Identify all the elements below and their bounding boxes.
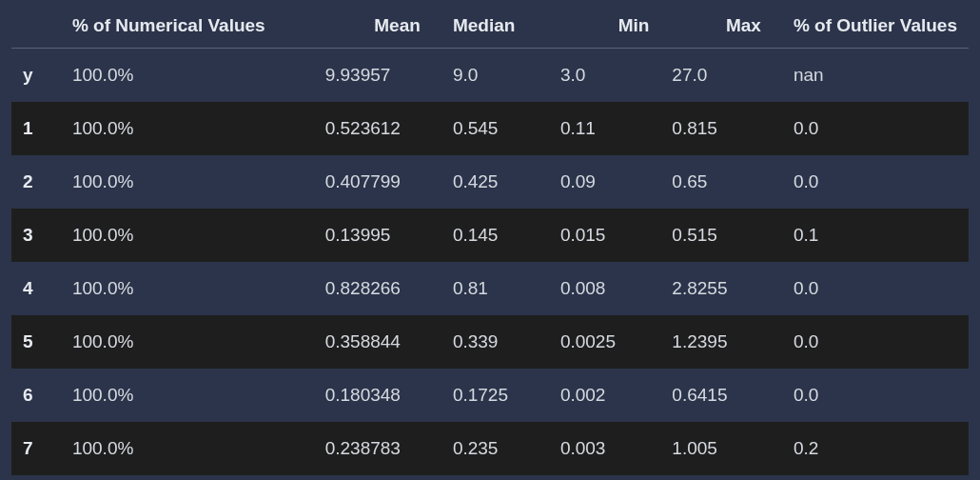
cell-median: 0.235 [432, 422, 549, 475]
cell-max: 2.8255 [660, 262, 773, 315]
cell-max: 27.0 [660, 49, 773, 102]
cell-min: 0.09 [549, 155, 660, 209]
cell-max: 0.515 [660, 209, 773, 262]
cell-max: 0.815 [660, 102, 773, 155]
cell-mean: 0.180348 [314, 369, 432, 422]
table-row: 5 100.0% 0.358844 0.339 0.0025 1.2395 0.… [11, 315, 969, 369]
cell-outliers: 0.0 [773, 262, 969, 315]
cell-mean: 0.523612 [314, 102, 432, 155]
cell-median: 0.339 [432, 315, 549, 369]
cell-min: 0.008 [549, 262, 660, 315]
cell-mean: 0.358844 [314, 315, 432, 369]
cell-pct: 100.0% [61, 315, 314, 369]
cell-min: 0.015 [549, 209, 660, 262]
cell-outliers: 0.0 [773, 102, 969, 155]
row-label: 7 [11, 422, 61, 475]
row-label: 6 [11, 369, 61, 422]
cell-min: 3.0 [549, 49, 660, 102]
col-header-mean: Mean [314, 6, 432, 49]
table-row: 7 100.0% 0.238783 0.235 0.003 1.005 0.2 [11, 422, 969, 475]
row-label: 4 [11, 262, 61, 315]
table-header-row: % of Numerical Values Mean Median Min Ma… [11, 6, 969, 49]
row-label: 5 [11, 315, 61, 369]
stats-table: % of Numerical Values Mean Median Min Ma… [11, 6, 969, 475]
cell-pct: 100.0% [61, 422, 314, 475]
cell-outliers: 0.0 [773, 155, 969, 209]
cell-min: 0.0025 [549, 315, 660, 369]
cell-outliers: 0.0 [773, 369, 969, 422]
cell-max: 0.65 [660, 155, 773, 209]
table-row: 4 100.0% 0.828266 0.81 0.008 2.8255 0.0 [11, 262, 969, 315]
cell-median: 0.545 [432, 102, 549, 155]
col-header-median: Median [432, 6, 549, 49]
cell-outliers: 0.0 [773, 315, 969, 369]
col-header-min: Min [549, 6, 660, 49]
cell-median: 0.425 [432, 155, 549, 209]
cell-pct: 100.0% [61, 49, 314, 102]
row-label: 3 [11, 209, 61, 262]
table-row: y 100.0% 9.93957 9.0 3.0 27.0 nan [11, 49, 969, 102]
cell-median: 0.81 [432, 262, 549, 315]
cell-pct: 100.0% [61, 102, 314, 155]
cell-min: 0.002 [549, 369, 660, 422]
cell-outliers: 0.2 [773, 422, 969, 475]
row-label: 2 [11, 155, 61, 209]
table-row: 2 100.0% 0.407799 0.425 0.09 0.65 0.0 [11, 155, 969, 209]
col-header-max: Max [660, 6, 773, 49]
cell-mean: 0.828266 [314, 262, 432, 315]
cell-max: 0.6415 [660, 369, 773, 422]
row-label: 1 [11, 102, 61, 155]
table-row: 3 100.0% 0.13995 0.145 0.015 0.515 0.1 [11, 209, 969, 262]
cell-median: 0.1725 [432, 369, 549, 422]
cell-mean: 9.93957 [314, 49, 432, 102]
cell-outliers: nan [773, 49, 969, 102]
col-header-index [11, 6, 61, 49]
cell-min: 0.11 [549, 102, 660, 155]
cell-max: 1.005 [660, 422, 773, 475]
cell-pct: 100.0% [61, 209, 314, 262]
table-row: 1 100.0% 0.523612 0.545 0.11 0.815 0.0 [11, 102, 969, 155]
col-header-pct: % of Numerical Values [61, 6, 314, 49]
table-row: 6 100.0% 0.180348 0.1725 0.002 0.6415 0.… [11, 369, 969, 422]
cell-pct: 100.0% [61, 155, 314, 209]
cell-min: 0.003 [549, 422, 660, 475]
cell-mean: 0.13995 [314, 209, 432, 262]
cell-mean: 0.238783 [314, 422, 432, 475]
cell-pct: 100.0% [61, 369, 314, 422]
col-header-outliers: % of Outlier Values [773, 6, 969, 49]
row-label: y [11, 49, 61, 102]
cell-pct: 100.0% [61, 262, 314, 315]
cell-mean: 0.407799 [314, 155, 432, 209]
cell-outliers: 0.1 [773, 209, 969, 262]
cell-median: 0.145 [432, 209, 549, 262]
cell-max: 1.2395 [660, 315, 773, 369]
cell-median: 9.0 [432, 49, 549, 102]
